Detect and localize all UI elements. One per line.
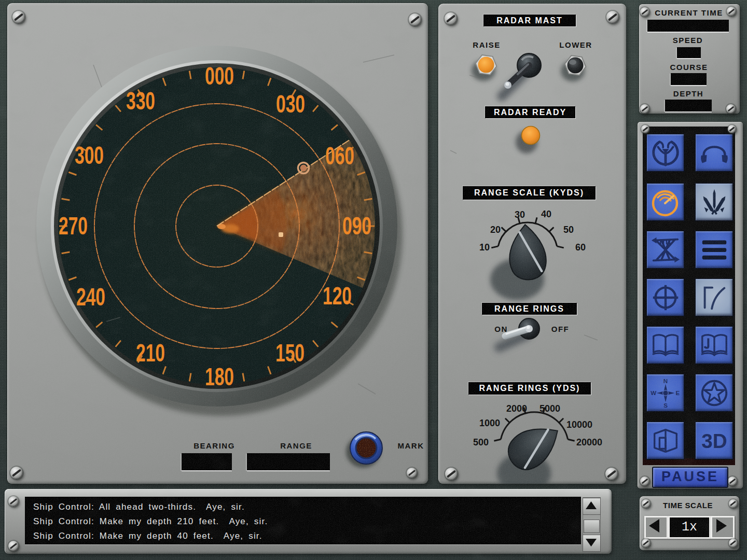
svg-text:5000: 5000 [540,403,560,414]
svg-text:E: E [675,389,680,396]
svg-text:30: 30 [515,209,525,220]
svg-text:20: 20 [490,225,501,235]
svg-text:500: 500 [473,437,489,447]
svg-text:50: 50 [563,225,574,235]
svg-text:000: 000 [205,62,234,90]
svg-text:120: 120 [323,282,352,310]
svg-text:S: S [663,402,668,409]
svg-text:090: 090 [342,212,371,240]
svg-text:330: 330 [126,87,155,115]
svg-text:N: N [663,377,667,384]
svg-text:10: 10 [479,242,490,253]
svg-text:240: 240 [76,283,105,311]
svg-text:300: 300 [75,142,104,169]
svg-text:030: 030 [276,90,305,118]
svg-text:150: 150 [275,339,305,367]
svg-text:060: 060 [325,142,354,170]
svg-text:20000: 20000 [576,437,602,447]
svg-text:60: 60 [575,242,586,253]
svg-text:W: W [651,389,656,396]
svg-text:270: 270 [59,212,88,240]
svg-text:180: 180 [205,363,234,390]
svg-text:10000: 10000 [566,419,592,430]
svg-text:2000: 2000 [506,403,527,414]
svg-text:1000: 1000 [479,418,500,428]
svg-text:210: 210 [136,339,165,367]
svg-text:40: 40 [541,209,551,219]
svg-text:3D: 3D [701,429,727,452]
